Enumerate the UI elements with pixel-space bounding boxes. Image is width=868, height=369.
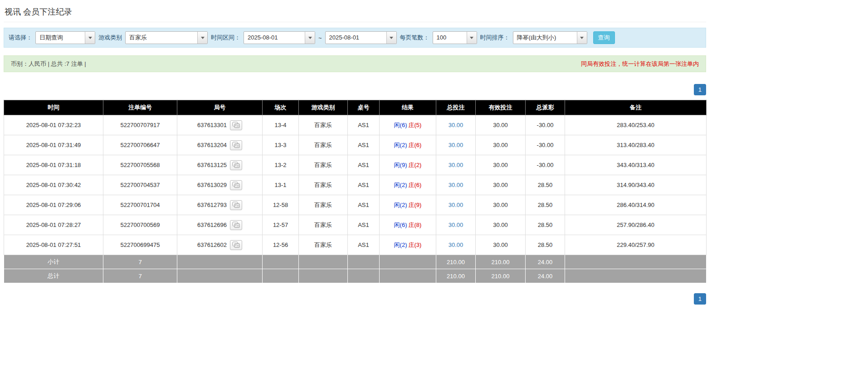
search-button[interactable]: 查询 [593, 31, 615, 44]
bet-records-table: 时间 注单编号 局号 场次 游戏类别 桌号 结果 总投注 有效投注 总派彩 备注… [4, 100, 707, 283]
subtotal-total-bet: 210.00 [436, 255, 476, 269]
header-payout: 总派彩 [526, 100, 565, 115]
cell-result: 闲(2)庄(3) [380, 235, 436, 255]
sort-order-select[interactable]: 降幂(由大到小) [513, 31, 587, 44]
date-to-value: 2025-08-01 [326, 32, 386, 44]
cell-bet-id: 522700700569 [103, 215, 177, 235]
roadmap-button[interactable] [230, 140, 242, 150]
result-player: 闲(6) [394, 221, 407, 228]
header-table-no: 桌号 [348, 100, 380, 115]
cell-result: 闲(2)庄(6) [380, 135, 436, 155]
cell-round: 637613301 [177, 115, 263, 135]
cell-remark: 257.90/286.40 [565, 215, 707, 235]
subtotal-count: 7 [103, 255, 177, 269]
total-empty-cell [565, 269, 707, 283]
total-valid-bet: 210.00 [476, 269, 526, 283]
result-banker: 庄(5) [409, 122, 422, 128]
cell-game-type: 百家乐 [299, 155, 348, 175]
cell-time: 2025-08-01 07:29:06 [4, 195, 103, 215]
time-range-label: 时间区间： [211, 34, 240, 42]
date-to-select[interactable]: 2025-08-01 [325, 31, 397, 44]
result-banker: 庄(6) [409, 142, 422, 148]
round-number: 637613029 [197, 182, 227, 188]
caret-down-icon [470, 37, 473, 39]
subtotal-empty-cell [299, 255, 348, 269]
cell-valid-bet: 30.00 [476, 235, 526, 255]
subtotal-empty-cell [565, 255, 707, 269]
query-type-label: 请选择： [9, 34, 32, 42]
cell-remark: 343.40/313.40 [565, 155, 707, 175]
cell-round: 637612793 [177, 195, 263, 215]
cell-valid-bet: 30.00 [476, 155, 526, 175]
result-banker: 庄(3) [409, 241, 422, 248]
result-player: 闲(2) [394, 241, 407, 248]
query-type-dropdown-button[interactable] [85, 32, 95, 44]
total-bet-link[interactable]: 30.00 [449, 142, 463, 148]
header-remark: 备注 [565, 100, 707, 115]
roadmap-button[interactable] [230, 180, 242, 190]
cell-total-bet: 30.00 [436, 235, 476, 255]
table-row: 2025-08-01 07:29:06 522700701704 6376127… [4, 195, 707, 215]
cell-payout: -30.00 [526, 115, 565, 135]
cell-time: 2025-08-01 07:30:42 [4, 175, 103, 195]
result-player: 闲(9) [394, 162, 407, 168]
cell-payout: -30.00 [526, 155, 565, 175]
total-bet-link[interactable]: 30.00 [449, 241, 463, 248]
cell-total-bet: 30.00 [436, 195, 476, 215]
page-size-value: 100 [433, 32, 467, 44]
cell-table-no: AS1 [348, 115, 380, 135]
header-time: 时间 [4, 100, 103, 115]
total-bet-link[interactable]: 30.00 [449, 182, 463, 188]
total-bet-link[interactable]: 30.00 [449, 202, 463, 208]
roadmap-button[interactable] [230, 220, 242, 230]
game-type-dropdown-button[interactable] [197, 32, 207, 44]
date-from-dropdown-button[interactable] [305, 32, 315, 44]
cell-payout: 28.50 [526, 235, 565, 255]
game-type-select[interactable]: 百家乐 [125, 31, 208, 44]
cell-table-no: AS1 [348, 155, 380, 175]
cell-result: 闲(6)庄(8) [380, 215, 436, 235]
total-bet-link[interactable]: 30.00 [449, 162, 463, 168]
cell-payout: -30.00 [526, 135, 565, 155]
roadmap-button[interactable] [230, 200, 242, 210]
round-number: 637613204 [197, 142, 227, 148]
page-container: 视讯 会员下注纪录 请选择： 日期查询 游戏类别 百家乐 时间区间： 2025-… [0, 0, 706, 318]
cell-game-type: 百家乐 [299, 215, 348, 235]
header-total-bet: 总投注 [436, 100, 476, 115]
roadmap-button[interactable] [230, 240, 242, 250]
subtotal-empty-cell [348, 255, 380, 269]
round-number: 637613301 [197, 122, 227, 128]
cell-time: 2025-08-01 07:27:51 [4, 235, 103, 255]
total-bet-link[interactable]: 30.00 [449, 221, 463, 228]
cell-table-no: AS1 [348, 135, 380, 155]
table-body: 2025-08-01 07:32:23 522700707917 6376133… [4, 115, 707, 255]
page-size-select[interactable]: 100 [433, 31, 477, 44]
total-bet-link[interactable]: 30.00 [449, 122, 463, 128]
round-number: 637612696 [197, 221, 227, 228]
date-from-select[interactable]: 2025-08-01 [244, 31, 315, 44]
table-row: 2025-08-01 07:27:51 522700699475 6376126… [4, 235, 707, 255]
header-valid-bet: 有效投注 [476, 100, 526, 115]
roadmap-button[interactable] [230, 160, 242, 170]
cell-remark: 314.90/343.40 [565, 175, 707, 195]
total-payout: 24.00 [526, 269, 565, 283]
result-player: 闲(2) [394, 142, 407, 148]
cell-remark: 283.40/253.40 [565, 115, 707, 135]
page-button-1[interactable]: 1 [694, 293, 706, 305]
query-type-select[interactable]: 日期查询 [35, 31, 95, 44]
cell-valid-bet: 30.00 [476, 135, 526, 155]
roadmap-button[interactable] [230, 120, 242, 130]
cell-table-no: AS1 [348, 215, 380, 235]
cell-remark: 286.40/314.90 [565, 195, 707, 215]
page-size-dropdown-button[interactable] [467, 32, 477, 44]
date-to-dropdown-button[interactable] [386, 32, 396, 44]
sort-order-dropdown-button[interactable] [577, 32, 587, 44]
total-empty-cell [348, 269, 380, 283]
table-row: 2025-08-01 07:32:23 522700707917 6376133… [4, 115, 707, 135]
cell-round: 637613204 [177, 135, 263, 155]
page-button-1[interactable]: 1 [694, 84, 706, 95]
caret-down-icon [88, 37, 92, 39]
subtotal-empty-cell [177, 255, 263, 269]
total-label: 总计 [4, 269, 103, 283]
page-title: 视讯 会员下注纪录 [4, 5, 706, 22]
